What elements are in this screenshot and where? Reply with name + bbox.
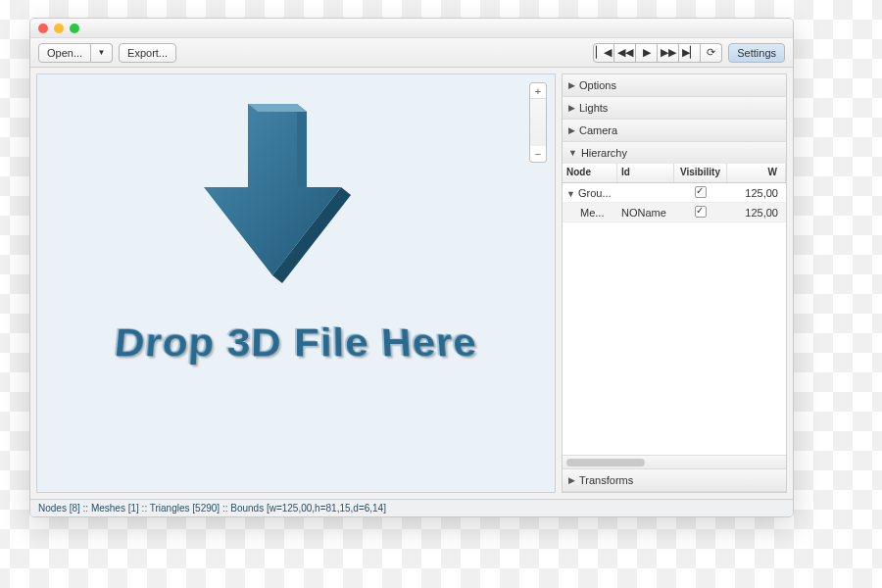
play-icon: ▶ (643, 46, 651, 59)
app-window: Open... ▼ Export... ▏◀ ◀◀ ▶ ▶▶ ▶▏ ⟳ Sett… (29, 18, 794, 517)
play-button[interactable]: ▶ (636, 43, 658, 63)
visibility-checkbox[interactable] (695, 186, 707, 198)
section-label: Options (579, 79, 616, 91)
minimize-icon[interactable] (54, 24, 64, 33)
table-row[interactable]: Me... NOName 125,00 (563, 203, 786, 222)
disclosure-icon: ▶ (568, 103, 575, 113)
svg-marker-3 (248, 104, 307, 112)
hierarchy-table: Node Id Visibility W (563, 164, 786, 183)
loop-icon: ⟳ (707, 46, 715, 59)
section-label: Camera (579, 124, 617, 136)
drop-text: Drop 3D File Here (34, 320, 559, 366)
visibility-checkbox[interactable] (695, 206, 707, 218)
node-name: Grou... (578, 187, 612, 199)
zoom-out-button[interactable]: − (530, 146, 546, 162)
section-label: Hierarchy (581, 147, 627, 159)
section-options[interactable]: ▶Options (563, 74, 786, 97)
settings-button[interactable]: Settings (728, 43, 785, 63)
section-transforms[interactable]: ▶Transforms (563, 469, 786, 492)
hierarchy-body: ▼ Grou... 125,00 Me... NOName 125,00 (563, 183, 786, 455)
node-w: 125,00 (727, 185, 786, 201)
open-button-group: Open... ▼ (38, 43, 113, 63)
col-w[interactable]: W (727, 164, 786, 182)
node-id: NOName (617, 205, 674, 220)
body: + − Drop 3D File Here ▶Options (30, 68, 793, 499)
section-lights[interactable]: ▶Lights (563, 97, 786, 120)
svg-marker-0 (204, 104, 341, 275)
titlebar (30, 19, 793, 38)
rewind-icon: ◀◀ (617, 46, 633, 59)
close-icon[interactable] (38, 24, 48, 33)
section-label: Transforms (579, 474, 633, 486)
toolbar: Open... ▼ Export... ▏◀ ◀◀ ▶ ▶▶ ▶▏ ⟳ Sett… (30, 38, 793, 68)
rewind-button[interactable]: ◀◀ (614, 43, 636, 63)
zoom-slider[interactable]: + − (529, 82, 547, 163)
window-controls (38, 24, 79, 33)
node-name: Me... (580, 207, 604, 219)
status-text: Nodes [8] :: Meshes [1] :: Triangles [52… (38, 503, 386, 514)
playback-controls: ▏◀ ◀◀ ▶ ▶▶ ▶▏ ⟳ (593, 43, 722, 63)
table-header: Node Id Visibility W (563, 164, 786, 183)
side-panel: ▶Options ▶Lights ▶Camera ▼Hierarchy Node… (562, 74, 787, 493)
chevron-down-icon: ▼ (98, 48, 106, 57)
zoom-track[interactable] (530, 99, 546, 146)
skip-start-icon: ▏◀ (596, 46, 612, 59)
table-row[interactable]: ▼ Grou... 125,00 (563, 183, 786, 203)
viewport[interactable]: + − Drop 3D File Here (36, 74, 556, 493)
horizontal-scrollbar[interactable] (563, 455, 786, 468)
disclosure-icon: ▼ (568, 148, 577, 158)
svg-marker-1 (297, 104, 307, 187)
last-button[interactable]: ▶▏ (679, 43, 701, 63)
section-camera[interactable]: ▶Camera (563, 120, 786, 142)
hierarchy-header[interactable]: ▼Hierarchy (563, 142, 786, 164)
zoom-in-button[interactable]: + (530, 83, 546, 99)
node-w: 125,00 (727, 205, 786, 220)
arrow-down-icon (194, 94, 351, 290)
col-id[interactable]: Id (617, 164, 674, 182)
forward-button[interactable]: ▶▶ (658, 43, 679, 63)
export-button[interactable]: Export... (119, 43, 176, 63)
disclosure-icon: ▶ (568, 80, 575, 90)
status-bar: Nodes [8] :: Meshes [1] :: Triangles [52… (30, 499, 793, 516)
first-button[interactable]: ▏◀ (593, 43, 614, 63)
disclosure-icon: ▼ (566, 189, 575, 199)
open-button[interactable]: Open... (38, 43, 91, 63)
col-visibility[interactable]: Visibility (674, 164, 727, 182)
fast-forward-icon: ▶▶ (661, 46, 676, 59)
disclosure-icon: ▶ (568, 475, 575, 485)
open-dropdown-button[interactable]: ▼ (91, 43, 113, 63)
zoom-icon[interactable] (70, 24, 79, 33)
section-label: Lights (579, 102, 608, 114)
col-node[interactable]: Node (563, 164, 617, 182)
scrollbar-thumb[interactable] (566, 459, 645, 466)
disclosure-icon: ▶ (568, 125, 575, 135)
loop-button[interactable]: ⟳ (701, 43, 722, 63)
section-hierarchy: ▼Hierarchy Node Id Visibility W ▼ Grou..… (563, 142, 786, 469)
node-id (617, 191, 674, 195)
skip-end-icon: ▶▏ (682, 46, 698, 59)
